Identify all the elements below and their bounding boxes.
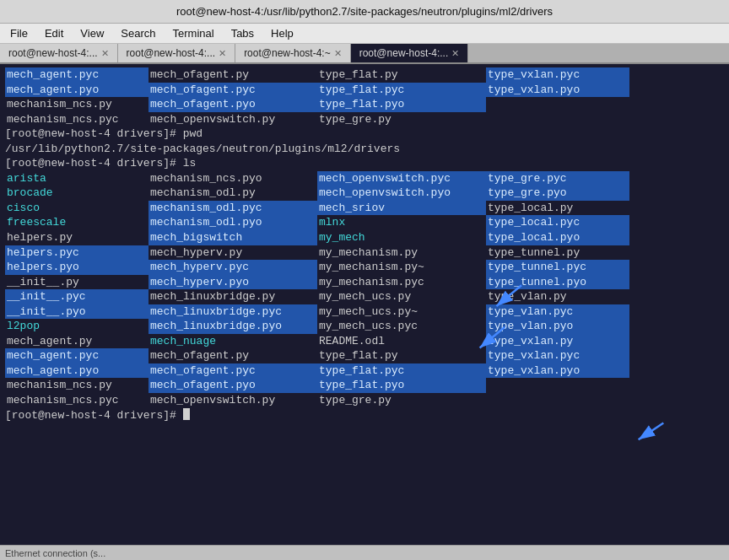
tab-2-close[interactable]: ✕ (219, 48, 226, 59)
tab-1-label: root@new-host-4:... (8, 47, 98, 59)
file-cell (486, 378, 629, 393)
tab-4-label: root@new-host-4:... (359, 47, 449, 59)
cursor (183, 408, 190, 420)
file-cell: my_mechanism.py~ (317, 260, 486, 275)
file-cell: type_vxlan.pyc (486, 67, 629, 83)
file-cell: type_local.pyo (486, 230, 629, 245)
tab-3[interactable]: root@new-host-4:~ ✕ (235, 44, 351, 62)
tab-1-close[interactable]: ✕ (101, 48, 109, 59)
file-cell: type_tunnel.pyo (486, 275, 629, 290)
file-cell: type_gre.py (317, 112, 486, 127)
final-prompt: [root@new-host-4 drivers]# (5, 408, 724, 423)
file-cell: mech_agent.pyc (5, 67, 148, 83)
tab-2-label: root@new-host-4:... (127, 47, 216, 59)
file-cell: l2pop (5, 319, 148, 334)
file-cell: mech_openvswitch.pyo (317, 186, 486, 201)
menu-edit[interactable]: Edit (38, 25, 70, 41)
file-cell: mech_sriov (317, 201, 486, 216)
file-cell: mlnx (317, 215, 486, 230)
file-cell: mech_hyperv.pyc (148, 260, 317, 275)
file-cell: type_tunnel.py (486, 245, 629, 261)
file-cell: type_vxlan.pyo (486, 83, 629, 98)
file-cell: mech_agent.pyc (5, 348, 148, 363)
pwd-prompt: [root@new-host-4 drivers]# pwd (5, 127, 724, 142)
file-cell: mech_openvswitch.py (148, 393, 317, 408)
tab-4[interactable]: root@new-host-4:... ✕ (351, 44, 469, 62)
terminal[interactable]: mech_agent.pyc mech_ofagent.py type_flat… (0, 64, 729, 548)
file-cell: mech_ofagent.py (148, 67, 317, 83)
tab-2[interactable]: root@new-host-4:... ✕ (118, 44, 236, 62)
file-cell: mech_linuxbridge.py (148, 289, 317, 304)
menu-help[interactable]: Help (264, 25, 300, 41)
tab-4-close[interactable]: ✕ (451, 48, 459, 59)
file-cell: my_mech_ucs.py (317, 289, 486, 304)
file-cell: type_vlan.py (486, 289, 629, 304)
file-cell: type_vxlan.pyo (486, 363, 629, 379)
menu-terminal[interactable]: Terminal (166, 25, 221, 41)
file-cell: type_vlan.pyo (486, 319, 629, 334)
file-cell: mechanism_ncs.pyc (5, 393, 148, 408)
file-cell: type_flat.pyo (317, 97, 486, 112)
ls-file-listing: arista mechanism_ncs.pyo mech_openvswitc… (5, 171, 724, 408)
file-cell: mech_ofagent.pyc (148, 83, 317, 98)
file-cell: mech_openvswitch.py (148, 112, 317, 127)
file-cell: brocade (5, 186, 148, 201)
file-cell: __init__.pyo (5, 304, 148, 320)
menu-view[interactable]: View (73, 25, 111, 41)
file-cell: mech_ofagent.pyc (148, 363, 317, 379)
file-cell: __init__.pyc (5, 289, 148, 304)
file-cell: type_gre.pyo (486, 186, 629, 201)
file-cell: mech_agent.py (5, 334, 148, 349)
file-cell: mechanism_ncs.py (5, 378, 148, 393)
status-bar: Ethernet connection (s... (0, 545, 729, 560)
top-file-listing: mech_agent.pyc mech_ofagent.py type_flat… (5, 67, 724, 127)
file-cell (486, 97, 629, 112)
file-cell: my_mech_ucs.py~ (317, 304, 486, 320)
file-cell: type_vxlan.pyc (486, 348, 629, 363)
file-cell: my_mechanism.py (317, 245, 486, 261)
file-cell: type_gre.py (317, 393, 486, 408)
file-cell: mech_bigswitch (148, 230, 317, 245)
file-cell: mech_linuxbridge.pyo (148, 319, 317, 334)
file-cell: mechanism_odl.pyo (148, 215, 317, 230)
file-cell: __init__.py (5, 275, 148, 290)
file-cell: mech_ofagent.pyo (148, 97, 317, 112)
file-cell: type_flat.pyo (317, 378, 486, 393)
file-cell: mechanism_odl.pyc (148, 201, 317, 216)
svg-line-2 (639, 423, 664, 440)
file-cell: mech_ofagent.py (148, 348, 317, 363)
tab-3-label: root@new-host-4:~ (244, 47, 331, 59)
file-cell: mechanism_ncs.pyo (148, 171, 317, 186)
file-cell: my_mech (317, 230, 486, 245)
file-cell: mechanism_ncs.py (5, 97, 148, 112)
menu-tabs[interactable]: Tabs (224, 25, 261, 41)
file-cell: type_flat.py (317, 67, 486, 83)
file-cell: my_mech_ucs.pyc (317, 319, 486, 334)
file-cell (486, 112, 629, 127)
file-cell: type_flat.pyc (317, 83, 486, 98)
file-cell: type_tunnel.pyc (486, 260, 629, 275)
file-cell: type_local.pyc (486, 215, 629, 230)
tab-3-close[interactable]: ✕ (334, 48, 342, 59)
file-cell: mech_nuage (148, 334, 317, 349)
file-cell: type_flat.pyc (317, 363, 486, 379)
file-cell: arista (5, 171, 148, 186)
pwd-output: /usr/lib/python2.7/site-packages/neutron… (5, 142, 724, 157)
file-cell: mech_hyperv.py (148, 245, 317, 261)
file-cell: mechanism_odl.py (148, 186, 317, 201)
file-cell: cisco (5, 201, 148, 216)
file-cell: type_flat.py (317, 348, 486, 363)
file-cell: freescale (5, 215, 148, 230)
tab-1[interactable]: root@new-host-4:... ✕ (0, 44, 118, 62)
tab-bar: root@new-host-4:... ✕ root@new-host-4:..… (0, 44, 729, 64)
file-cell: helpers.pyo (5, 260, 148, 275)
menu-search[interactable]: Search (114, 25, 162, 41)
file-cell: README.odl (317, 334, 486, 349)
menu-file[interactable]: File (3, 25, 35, 41)
file-cell: mech_linuxbridge.pyc (148, 304, 317, 320)
file-cell: mechanism_ncs.pyc (5, 112, 148, 127)
file-cell: type_gre.pyc (486, 171, 629, 186)
file-cell: my_mechanism.pyc (317, 275, 486, 290)
file-cell: helpers.pyc (5, 245, 148, 261)
file-cell: mech_agent.pyo (5, 363, 148, 379)
